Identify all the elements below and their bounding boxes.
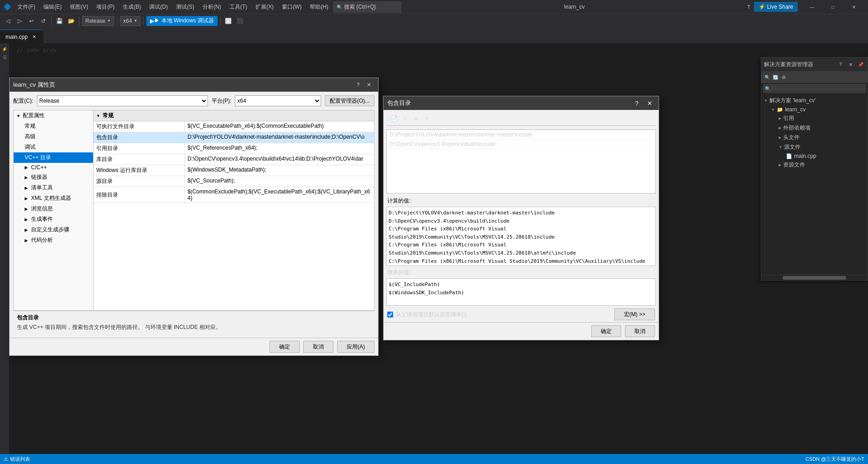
include-toolbar: 📄 ✕ ▲ ▼: [384, 110, 659, 128]
tree-item-custom[interactable]: ▶ 自定义生成步骤: [14, 224, 93, 235]
tree-item-manifest[interactable]: ▶ 清单工具: [14, 182, 93, 193]
menu-file[interactable]: 文件(F): [14, 1, 39, 13]
tree-item-xml[interactable]: ▶ XML 文档生成器: [14, 193, 93, 203]
grid-section-label: 常规: [103, 112, 114, 120]
tree-item-debug[interactable]: 调试: [14, 142, 93, 152]
run-button[interactable]: ▶ ▶ 本地 Windows 调试器: [146, 16, 218, 26]
sidebar-icon-2[interactable]: ☰: [1, 53, 8, 61]
menu-view[interactable]: 视图(V): [66, 1, 92, 13]
include-ok-btn[interactable]: 确定: [591, 325, 621, 337]
config-manager-btn[interactable]: 配置管理器(O)...: [325, 95, 374, 106]
tree-item-vc-dirs[interactable]: VC++ 目录: [14, 152, 93, 163]
grid-row-4[interactable]: Windows 运行库目录 $(WindowsSDK_MetadataPath)…: [94, 165, 374, 176]
tree-item-linker[interactable]: ▶ 链接器: [14, 172, 93, 182]
toolbar-back[interactable]: ◁: [3, 16, 13, 26]
close-button[interactable]: ✕: [843, 0, 864, 14]
tree-item-general[interactable]: 常规: [14, 121, 93, 131]
path-row-1[interactable]: D:\OpenCV\opencv3.4\opencv\build\include: [387, 140, 655, 149]
tree-arrow-manifest: ▶: [25, 186, 29, 190]
tree-item-build-events[interactable]: ▶ 生成事件: [14, 214, 93, 224]
toolbar-save[interactable]: 💾: [54, 16, 64, 26]
menu-project[interactable]: 项目(P): [93, 1, 118, 13]
ok-button[interactable]: 确定: [270, 341, 300, 353]
properties-dialog-content: 配置(C): Release 平台(P): x64 配置管理器(O)... ▼: [10, 92, 378, 338]
inherit-checkbox-label: 从父级或项目默认设置继承(I): [396, 311, 467, 318]
tree-label-config: 配置属性: [23, 112, 45, 120]
grid-row-6[interactable]: 排除目录 $(CommonExcludePath);$(VC_Executabl…: [94, 187, 374, 203]
status-error-list[interactable]: ⚠ 错误列表: [4, 456, 30, 463]
menu-edit[interactable]: 编辑(E): [40, 1, 65, 13]
include-help-btn[interactable]: ?: [631, 98, 642, 109]
tree-item-code-analysis[interactable]: ▶ 代码分析: [14, 235, 93, 245]
include-dialog-titlebar: 包含目录 ? ✕: [384, 96, 659, 110]
live-share-button[interactable]: ⚡ Live Share: [754, 2, 798, 12]
toolbar-redo[interactable]: ↺: [38, 16, 48, 26]
toolbar-btn1[interactable]: ⬜: [223, 16, 234, 26]
tree-arrow-build-events: ▶: [25, 217, 29, 222]
tree-label-cpp: C/C++: [31, 164, 47, 171]
grid-row-5[interactable]: 源目录 $(VC_SourcePath);: [94, 176, 374, 187]
platform-select[interactable]: x64: [235, 95, 321, 106]
tab-close[interactable]: ✕: [31, 33, 38, 41]
menu-debug[interactable]: 调试(D): [146, 1, 172, 13]
cancel-button[interactable]: 取消: [303, 341, 333, 353]
sidebar-icon-1[interactable]: ⚡: [1, 45, 8, 52]
config-select[interactable]: Release: [37, 95, 208, 106]
include-cancel-btn[interactable]: 取消: [625, 325, 655, 337]
tree-item-advanced[interactable]: 高级: [14, 131, 93, 142]
computed-path-0: D:\Project\YOLOV4\darknet-master\darknet…: [389, 209, 654, 217]
properties-dialog-titlebar: learn_cv 属性页 ? ✕: [10, 78, 378, 92]
menu-extensions[interactable]: 扩展(X): [252, 1, 277, 13]
tree-item-browse[interactable]: ▶ 浏览信息: [14, 203, 93, 214]
footer-title: 包含目录: [17, 314, 371, 322]
grid-row-2[interactable]: 引用目录 $(VC_ReferencesPath_x64);: [94, 143, 374, 154]
computed-path-4: C:\Program Files (x86)\Microsoft Visual …: [389, 257, 654, 266]
menu-window[interactable]: 窗口(W): [278, 1, 305, 13]
inc-up-btn[interactable]: ▲: [411, 114, 421, 124]
tree-label-code: 代码分析: [31, 236, 53, 244]
inc-add-btn[interactable]: 📄: [389, 114, 399, 124]
toolbar-undo[interactable]: ↩: [26, 16, 36, 26]
tree-item-cpp[interactable]: ▶ C/C++: [14, 163, 93, 172]
apply-button[interactable]: 应用(A): [337, 341, 374, 353]
grid-row-3[interactable]: 库目录 D:\OpenCV\opencv3.4\opencv\build\x64…: [94, 154, 374, 165]
props-grid: ▼ 常规 可执行文件目录 $(VC_ExecutablePath_x64);$(…: [94, 110, 374, 310]
properties-help-btn[interactable]: ?: [353, 79, 364, 90]
grid-value-2: $(VC_ReferencesPath_x64);: [185, 143, 374, 154]
macro-btn[interactable]: 宏(M) >>: [614, 308, 655, 320]
grid-key-4: Windows 运行库目录: [94, 165, 185, 176]
menu-test[interactable]: 测试(S): [172, 1, 198, 13]
menu-help[interactable]: 帮助(H): [306, 1, 332, 13]
error-list-icon: ⚠: [4, 456, 8, 462]
tree-item-config[interactable]: ▼ 配置属性: [14, 110, 93, 121]
inherit-checkbox[interactable]: [387, 312, 393, 318]
toolbar-open[interactable]: 📂: [66, 16, 76, 26]
maximize-button[interactable]: □: [822, 0, 843, 14]
path-row-0[interactable]: D:\Project\YOLOV4\darknet-master\darknet…: [387, 130, 655, 140]
inc-down-btn[interactable]: ▼: [422, 114, 432, 124]
toolbar-btn2[interactable]: ⬛: [235, 16, 245, 26]
properties-close-btn[interactable]: ✕: [364, 79, 374, 90]
grid-row-0[interactable]: 可执行文件目录 $(VC_ExecutablePath_x64);$(Commo…: [94, 121, 374, 132]
config-dropdown[interactable]: Release ▼: [82, 16, 114, 26]
include-close-btn[interactable]: ✕: [644, 98, 655, 109]
search-box[interactable]: 🔍 搜索 (Ctrl+Q): [333, 1, 401, 13]
include-toolbar-btns: 📄 ✕ ▲ ▼: [386, 112, 656, 126]
menu-tools[interactable]: 工具(T): [226, 1, 251, 13]
tree-label-manifest: 清单工具: [31, 184, 53, 192]
minimize-button[interactable]: —: [801, 0, 822, 14]
error-list-label: 错误列表: [10, 456, 30, 463]
grid-row-1[interactable]: 包含目录 D:\Project\YOLOV4\darknet-master\da…: [94, 132, 374, 143]
tree-arrow-xml: ▶: [25, 196, 29, 201]
inc-delete-btn[interactable]: ✕: [400, 114, 410, 124]
tree-label-general: 常规: [25, 122, 36, 130]
grid-section-arrow: ▼: [96, 114, 101, 118]
menu-bar: 文件(F) 编辑(E) 视图(V) 项目(P) 生成(B) 调试(D) 测试(S…: [14, 1, 401, 13]
tab-main-cpp[interactable]: main.cpp ✕: [0, 30, 43, 43]
properties-dialog: learn_cv 属性页 ? ✕ 配置(C): Release 平台(P): x…: [9, 78, 379, 356]
sep1: [51, 17, 52, 25]
menu-build[interactable]: 生成(B): [119, 1, 145, 13]
platform-dropdown[interactable]: x64 ▼: [120, 16, 140, 26]
toolbar-forward[interactable]: ▷: [15, 16, 25, 26]
menu-analyze[interactable]: 分析(N): [199, 1, 225, 13]
